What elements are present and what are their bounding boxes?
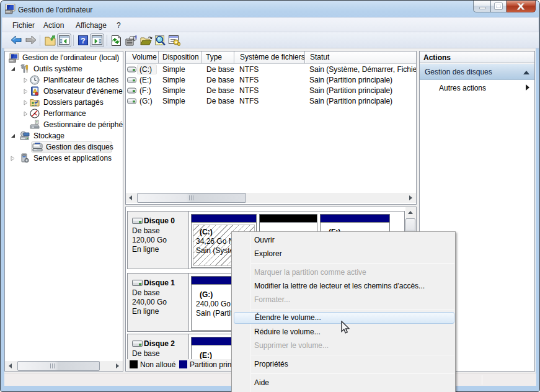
svg-text:?: ?	[81, 37, 85, 45]
